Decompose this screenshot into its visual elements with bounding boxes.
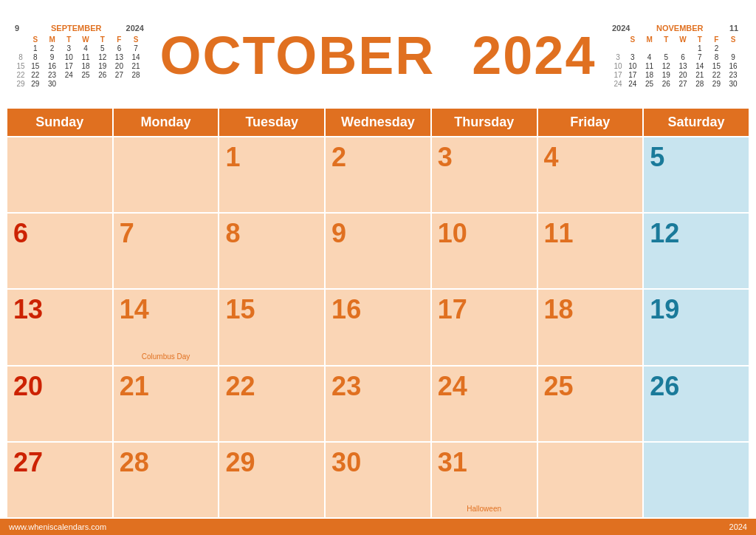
cell-empty-3 xyxy=(537,442,644,518)
day-number-25: 25 xyxy=(544,371,637,402)
header-thursday: Thursday xyxy=(431,108,537,137)
mini-right-d24: 24 xyxy=(625,80,641,88)
cell-oct-7: 7 xyxy=(113,213,219,289)
mini-left-d21: 21 xyxy=(128,62,144,70)
mini-right-day-w: W xyxy=(675,35,691,44)
cell-oct-18: 18 xyxy=(537,289,644,365)
mini-right-month: NOVEMBER xyxy=(633,24,726,33)
mini-right-d28: 28 xyxy=(692,80,708,88)
day-number-30: 30 xyxy=(331,447,425,478)
header-saturday: Saturday xyxy=(643,108,749,137)
footer: www.wheniscalendars.com 2024 xyxy=(0,519,756,535)
header-wednesday: Wednesday xyxy=(325,108,431,137)
mini-left-day-s2: S xyxy=(128,35,144,44)
mini-right-d19: 19 xyxy=(658,71,674,79)
calendar-section: Sunday Monday Tuesday Wednesday Thursday… xyxy=(0,107,756,519)
mini-left-wk5: 29 xyxy=(15,80,27,88)
mini-right-e4 xyxy=(675,44,691,52)
calendar-table: Sunday Monday Tuesday Wednesday Thursday… xyxy=(6,107,750,519)
mini-left-d19: 19 xyxy=(94,62,111,70)
day-number-28: 28 xyxy=(120,447,213,478)
cell-oct-10: 10 xyxy=(431,213,537,289)
mini-left-empty1 xyxy=(61,80,77,88)
day-number-26: 26 xyxy=(650,371,743,402)
mini-left-day-t2: T xyxy=(94,35,111,44)
mini-left-d14: 14 xyxy=(128,53,144,61)
header-tuesday: Tuesday xyxy=(219,108,325,137)
day-number-23: 23 xyxy=(331,371,425,402)
mini-left-d30: 30 xyxy=(44,80,61,88)
mini-right-d25: 25 xyxy=(642,80,658,88)
mini-right-d22: 22 xyxy=(709,71,725,79)
cell-oct-8: 8 xyxy=(219,213,325,289)
calendar-row-1: 1 2 3 4 5 xyxy=(7,137,749,213)
mini-right-d4: 4 xyxy=(642,53,658,61)
mini-right-d15: 15 xyxy=(709,62,725,70)
calendar-row-5: 27 28 29 30 31 Halloween xyxy=(7,442,749,518)
mini-left-empty2 xyxy=(78,80,94,88)
mini-right-e2 xyxy=(642,44,658,52)
cell-oct-12: 12 xyxy=(643,213,749,289)
mini-right-d9: 9 xyxy=(725,53,741,61)
day-number-10: 10 xyxy=(438,218,531,249)
mini-right-d1: 1 xyxy=(692,44,708,52)
mini-right-d14: 14 xyxy=(692,62,708,70)
mini-right-wk-header xyxy=(612,35,624,44)
day-number-15: 15 xyxy=(225,294,318,325)
mini-left-wk4: 22 xyxy=(15,71,27,79)
cell-oct-20: 20 xyxy=(7,366,113,442)
cell-oct-27: 27 xyxy=(7,442,113,518)
mini-right-wk1 xyxy=(612,44,624,52)
header-sunday: Sunday xyxy=(7,108,113,137)
cell-oct-15: 15 xyxy=(219,289,325,365)
mini-left-month: SEPTEMBER xyxy=(30,24,123,33)
event-columbus-day: Columbus Day xyxy=(114,352,219,361)
mini-left-d1: 1 xyxy=(27,44,44,52)
cell-oct-2: 2 xyxy=(325,137,431,213)
mini-left-d6: 6 xyxy=(111,44,128,52)
mini-left-wk-header xyxy=(15,35,27,44)
mini-right-d18: 18 xyxy=(642,71,658,79)
mini-right-day-s1: S xyxy=(625,35,641,44)
mini-left-d9: 9 xyxy=(44,53,61,61)
mini-right-day-s2: S xyxy=(725,35,741,44)
mini-left-day-t1: T xyxy=(61,35,77,44)
mini-left-empty4 xyxy=(111,80,128,88)
day-number-22: 22 xyxy=(225,371,318,402)
footer-website: www.wheniscalendars.com xyxy=(9,522,106,531)
day-number-27: 27 xyxy=(13,447,106,478)
cell-oct-23: 23 xyxy=(325,366,431,442)
mini-right-d8: 8 xyxy=(709,53,725,61)
mini-right-e3 xyxy=(658,44,674,52)
day-number-24: 24 xyxy=(438,371,531,402)
cell-oct-5: 5 xyxy=(643,137,749,213)
calendar-row-4: 20 21 22 23 24 25 xyxy=(7,366,749,442)
mini-right-d20: 20 xyxy=(675,71,691,79)
mini-right-wk4: 17 xyxy=(612,71,624,79)
cell-empty-2 xyxy=(113,137,219,213)
cell-oct-6: 6 xyxy=(7,213,113,289)
day-number-3: 3 xyxy=(438,142,531,173)
mini-left-d23: 23 xyxy=(44,71,61,79)
mini-left-d15: 15 xyxy=(27,62,44,70)
day-number-8: 8 xyxy=(225,218,318,249)
mini-calendar-november: 2024 NOVEMBER 11 S M T W T F S 1 2 xyxy=(612,24,741,88)
mini-right-d11: 11 xyxy=(642,62,658,70)
cell-oct-21: 21 xyxy=(113,366,219,442)
cell-oct-17: 17 xyxy=(431,289,537,365)
mini-left-day-s1: S xyxy=(27,35,44,44)
mini-right-day-t2: T xyxy=(692,35,708,44)
month-title: OCTOBER xyxy=(160,29,436,82)
mini-left-wk1 xyxy=(15,44,27,52)
mini-right-grid: S M T W T F S 1 2 3 3 4 5 6 7 xyxy=(612,35,741,88)
day-number-31: 31 xyxy=(438,447,531,478)
mini-left-day-m: M xyxy=(44,35,61,44)
mini-right-d5: 5 xyxy=(658,53,674,61)
day-number-5: 5 xyxy=(650,142,743,173)
mini-right-e5 xyxy=(725,44,741,52)
mini-left-d3: 3 xyxy=(61,44,77,52)
cell-oct-22: 22 xyxy=(219,366,325,442)
calendar-row-2: 6 7 8 9 10 11 xyxy=(7,213,749,289)
mini-right-header: 2024 NOVEMBER 11 xyxy=(612,24,741,33)
cell-oct-29: 29 xyxy=(219,442,325,518)
